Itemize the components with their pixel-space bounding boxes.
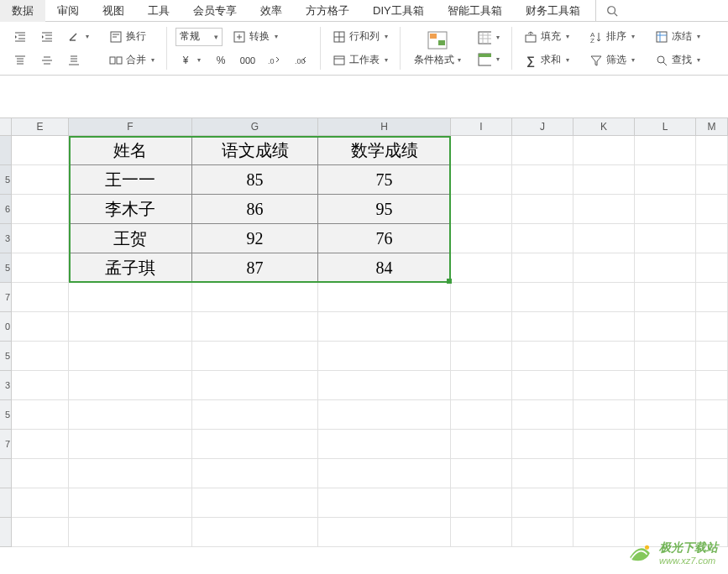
cell-name[interactable]: 孟子琪 bbox=[69, 253, 192, 283]
cell[interactable] bbox=[512, 342, 573, 371]
cell[interactable] bbox=[12, 195, 69, 224]
cell[interactable] bbox=[635, 459, 696, 488]
cell[interactable] bbox=[696, 459, 728, 488]
cell[interactable] bbox=[512, 224, 573, 253]
cell[interactable] bbox=[573, 253, 635, 283]
cell-chinese[interactable]: 85 bbox=[192, 165, 318, 195]
row-col-button[interactable]: 行和列▾ bbox=[329, 28, 391, 45]
cell[interactable] bbox=[696, 224, 728, 253]
cell-math[interactable]: 75 bbox=[318, 165, 451, 195]
cell[interactable] bbox=[318, 430, 451, 459]
cell-style-icon[interactable]: ▾ bbox=[474, 51, 503, 68]
cell[interactable] bbox=[69, 283, 192, 312]
col-header-J[interactable]: J bbox=[512, 118, 573, 135]
menu-data[interactable]: 数据 bbox=[0, 0, 45, 22]
cell-header-name[interactable]: 姓名 bbox=[69, 136, 192, 165]
row-header[interactable] bbox=[0, 488, 12, 518]
cell[interactable] bbox=[69, 371, 192, 400]
cell[interactable] bbox=[512, 136, 573, 165]
cell[interactable] bbox=[696, 165, 728, 195]
orientation-icon[interactable]: ▾ bbox=[64, 29, 92, 45]
cell[interactable] bbox=[696, 283, 728, 312]
cell[interactable] bbox=[635, 253, 696, 283]
menu-finance[interactable]: 财务工具箱 bbox=[514, 0, 592, 22]
cell[interactable] bbox=[192, 400, 318, 430]
search-icon[interactable] bbox=[595, 0, 628, 21]
cell[interactable] bbox=[12, 342, 69, 371]
cell[interactable] bbox=[69, 430, 192, 459]
cell[interactable] bbox=[635, 312, 696, 342]
cell[interactable] bbox=[12, 400, 69, 430]
cell[interactable] bbox=[192, 342, 318, 371]
cell[interactable] bbox=[318, 371, 451, 400]
cell[interactable] bbox=[12, 459, 69, 488]
cell[interactable] bbox=[696, 488, 728, 518]
cell[interactable] bbox=[635, 283, 696, 312]
menu-tools[interactable]: 工具 bbox=[136, 0, 181, 22]
cell-name[interactable]: 李木子 bbox=[69, 195, 192, 224]
cell-chinese[interactable]: 86 bbox=[192, 195, 318, 224]
row-header[interactable] bbox=[0, 459, 12, 488]
find-button[interactable]: 查找▾ bbox=[652, 51, 704, 69]
thousands-icon[interactable]: 000 bbox=[238, 52, 258, 69]
align-top-icon[interactable] bbox=[10, 52, 30, 69]
cell[interactable] bbox=[573, 342, 635, 371]
cell[interactable] bbox=[635, 165, 696, 195]
cell[interactable] bbox=[696, 342, 728, 371]
cell[interactable] bbox=[69, 312, 192, 342]
convert-button[interactable]: 转换▾ bbox=[229, 28, 281, 45]
cell[interactable] bbox=[318, 342, 451, 371]
cell[interactable] bbox=[12, 371, 69, 400]
cell[interactable] bbox=[451, 400, 512, 430]
cell[interactable] bbox=[512, 400, 573, 430]
cell-chinese[interactable]: 92 bbox=[192, 224, 318, 253]
cell-math[interactable]: 95 bbox=[318, 195, 451, 224]
cell[interactable] bbox=[573, 224, 635, 253]
cell[interactable] bbox=[573, 459, 635, 488]
cell[interactable] bbox=[69, 488, 192, 518]
cell[interactable] bbox=[512, 312, 573, 342]
cell[interactable] bbox=[696, 136, 728, 165]
table-style-icon[interactable]: ▾ bbox=[474, 29, 503, 46]
cell[interactable] bbox=[635, 488, 696, 518]
cell[interactable] bbox=[573, 430, 635, 459]
col-header-G[interactable]: G bbox=[192, 118, 318, 135]
cell[interactable] bbox=[635, 371, 696, 400]
cell[interactable] bbox=[573, 195, 635, 224]
menu-smart[interactable]: 智能工具箱 bbox=[436, 0, 514, 22]
indent-icon[interactable] bbox=[37, 29, 57, 45]
cell[interactable] bbox=[192, 430, 318, 459]
fill-button[interactable]: 填充▾ bbox=[521, 28, 573, 45]
cell-header-math[interactable]: 数学成绩 bbox=[318, 136, 451, 165]
cell[interactable] bbox=[12, 518, 69, 547]
row-header[interactable]: 7 bbox=[0, 430, 12, 459]
cell[interactable] bbox=[635, 400, 696, 430]
col-header-F[interactable]: F bbox=[69, 118, 192, 135]
cell[interactable] bbox=[12, 430, 69, 459]
cell[interactable] bbox=[696, 312, 728, 342]
align-middle-icon[interactable] bbox=[37, 52, 57, 69]
cell[interactable] bbox=[451, 371, 512, 400]
col-header-K[interactable]: K bbox=[573, 118, 635, 135]
cell[interactable] bbox=[512, 165, 573, 195]
cell[interactable] bbox=[318, 488, 451, 518]
cell[interactable] bbox=[512, 283, 573, 312]
sort-button[interactable]: AZ排序▾ bbox=[586, 28, 638, 45]
cell[interactable] bbox=[573, 488, 635, 518]
cell[interactable] bbox=[451, 342, 512, 371]
cell[interactable] bbox=[635, 224, 696, 253]
cell[interactable] bbox=[12, 253, 69, 283]
cell[interactable] bbox=[451, 283, 512, 312]
cell[interactable] bbox=[512, 195, 573, 224]
cell[interactable] bbox=[451, 430, 512, 459]
cell[interactable] bbox=[318, 459, 451, 488]
cell[interactable] bbox=[512, 371, 573, 400]
wrap-text-button[interactable]: 换行 bbox=[106, 28, 149, 45]
cell[interactable] bbox=[635, 342, 696, 371]
cell[interactable] bbox=[696, 371, 728, 400]
cell[interactable] bbox=[69, 400, 192, 430]
row-header[interactable]: 5 bbox=[0, 400, 12, 430]
cell[interactable] bbox=[12, 312, 69, 342]
worksheet-button[interactable]: 工作表▾ bbox=[329, 51, 391, 69]
cell[interactable] bbox=[696, 430, 728, 459]
